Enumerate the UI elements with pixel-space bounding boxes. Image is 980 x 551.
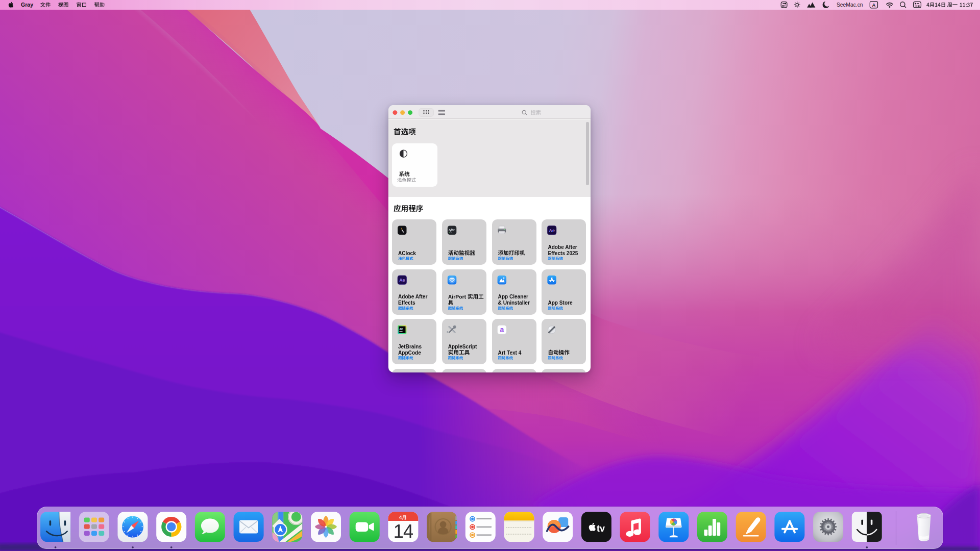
- svg-text:14: 14: [394, 521, 413, 542]
- svg-text:tv: tv: [597, 523, 605, 534]
